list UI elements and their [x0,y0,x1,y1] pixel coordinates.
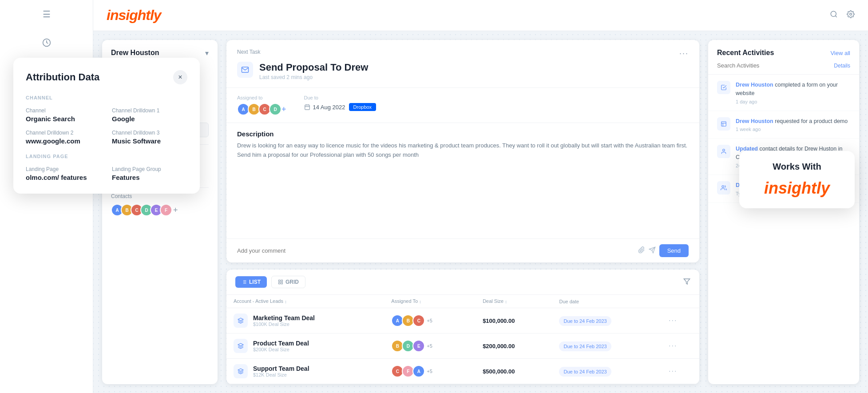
task-email-icon [237,62,253,78]
deal-amount-2: $200,000.00 [483,343,515,349]
deal-name-cell-2: Product Team Deal $200K Deal Size [226,333,384,359]
due-to-block: Due to 14 Aug 2022 Dropbox [304,95,377,115]
sort-deal-icon[interactable]: ↕ [505,299,507,304]
actions-cell-2: ··· [662,333,699,359]
arrow-icon[interactable] [649,246,656,255]
col-due-date: Due date [552,295,662,308]
activity-text-2: Drew Houston requested for a product dem… [736,117,848,126]
row3-av3: A [412,365,425,377]
contact-avatar-6: F [160,204,172,216]
sort-account-icon[interactable]: ↕ [285,299,287,304]
contact-dropdown-icon[interactable]: ▾ [205,49,209,57]
assignees-cell-2: B D E +5 [384,333,476,359]
contact-name: Drew Houston [111,49,159,57]
deal-name-2: Product Team Deal [253,340,309,347]
row1-av3: C [412,314,425,327]
activities-title: Recent Activities [717,49,774,57]
grid-tab[interactable]: GRID [271,276,305,288]
task-header: Next Task ··· Send Proposal To Drew Last… [226,40,699,88]
works-with-overlay: Works With insightly [739,151,855,208]
amount-cell-1: $100,000.00 [476,308,552,333]
assignee-4: D [269,103,281,115]
amount-cell-3: $500,000.00 [476,359,552,384]
row-actions-3[interactable]: ··· [669,367,677,375]
activities-search-input[interactable] [717,62,792,69]
row-actions-2[interactable]: ··· [669,342,677,349]
task-title-row: Send Proposal To Drew Last saved 2 mins … [237,62,689,80]
due-cell-3: Due to 24 Feb 2023 [552,359,662,384]
deal-icon-1 [234,314,248,328]
header: insightly [93,0,868,31]
leads-section: LIST GRID [226,270,699,384]
due-label: Due to [304,95,377,100]
svg-point-29 [722,186,724,188]
landing-page-field: Landing Page olmo.com/ features [26,166,101,181]
channel-field: Channel Organic Search [26,107,101,123]
menu-icon[interactable]: ☰ [43,9,51,20]
activity-text-1: Drew Houston completed a form on your we… [736,81,850,98]
header-right [830,10,855,20]
activities-search-row: Details [708,62,859,75]
svg-rect-22 [281,282,283,284]
drilldown3-label: Channel Drilldown 3 [112,130,187,136]
landing-page-grid: Landing Page olmo.com/ features Landing … [26,166,187,181]
contacts-section-label: Contacts [111,193,209,199]
activity-actor-1: Drew Houston [736,82,773,88]
table-row: Marketing Team Deal $100K Deal Size A B … [226,308,699,333]
comment-actions: Send [638,244,689,257]
works-with-logo: insightly [764,179,830,198]
app-logo: insightly [107,7,161,24]
row2-extra: +5 [427,343,432,349]
task-saved: Last saved 2 mins ago [259,74,368,80]
comment-input[interactable] [237,247,634,254]
deal-name-cell-3: Support Team Deal $12K Deal Size [226,359,384,384]
attribution-close-button[interactable]: × [173,70,187,84]
task-title: Send Proposal To Drew [259,62,368,73]
sort-assigned-icon[interactable]: ↕ [419,299,421,304]
svg-marker-24 [684,279,690,284]
drilldown2-label: Channel Drilldown 2 [26,130,101,136]
actions-cell-1: ··· [662,308,699,333]
landing-page-label: Landing Page [26,166,101,172]
deal-icon-3 [234,364,248,378]
client-badge: Dropbox [349,103,377,111]
landing-page-value: olmo.com/ features [26,174,101,181]
settings-icon[interactable] [847,10,855,20]
due-date: 14 Aug 2022 [313,104,345,111]
search-icon[interactable] [830,10,838,20]
activity-action-2: requested for a product demo [775,118,848,124]
add-contact-button[interactable]: + [173,206,178,215]
details-button[interactable]: Details [834,63,850,69]
due-date-box: 14 Aug 2022 [304,104,345,111]
due-badge-3: Due to 24 Feb 2023 [559,367,611,377]
row-actions-1[interactable]: ··· [669,317,677,324]
activity-icon-3 [717,145,730,158]
view-all-button[interactable]: View all [830,50,850,56]
svg-rect-20 [279,280,281,282]
channel-grid: Channel Organic Search Channel Drilldown… [26,107,187,145]
sidebar-dashboard-icon[interactable] [37,33,56,52]
landing-page-group-field: Landing Page Group Features [112,166,187,181]
assigned-to-block: Assigned to A B C D + [237,95,286,115]
due-badge-1: Due to 24 Feb 2023 [559,316,611,326]
assignees-cell-3: C F A +5 [384,359,476,384]
attach-icon[interactable] [638,246,645,255]
amount-cell-2: $200,000.00 [476,333,552,359]
drilldown1-label: Channel Drilldown 1 [112,107,187,114]
task-label-row: Next Task ··· [237,49,689,58]
activity-time-2: 1 week ago [736,127,848,132]
svg-rect-23 [279,282,281,284]
list-tab[interactable]: LIST [235,276,267,288]
attribution-title: Attribution Data [26,71,99,83]
deal-size-1: $100K Deal Size [253,322,315,327]
activity-icon-1 [717,81,730,94]
svg-point-2 [831,11,836,16]
deal-size-3: $12K Deal Size [253,372,309,377]
row2-av3: E [412,340,425,352]
filter-icon[interactable] [683,278,690,286]
table-row: Support Team Deal $12K Deal Size C F A [226,359,699,384]
add-assignee-button[interactable]: + [281,105,286,114]
task-more-button[interactable]: ··· [679,49,689,58]
activity-item-1: Drew Houston completed a form on your we… [708,75,859,111]
send-button[interactable]: Send [659,244,689,257]
